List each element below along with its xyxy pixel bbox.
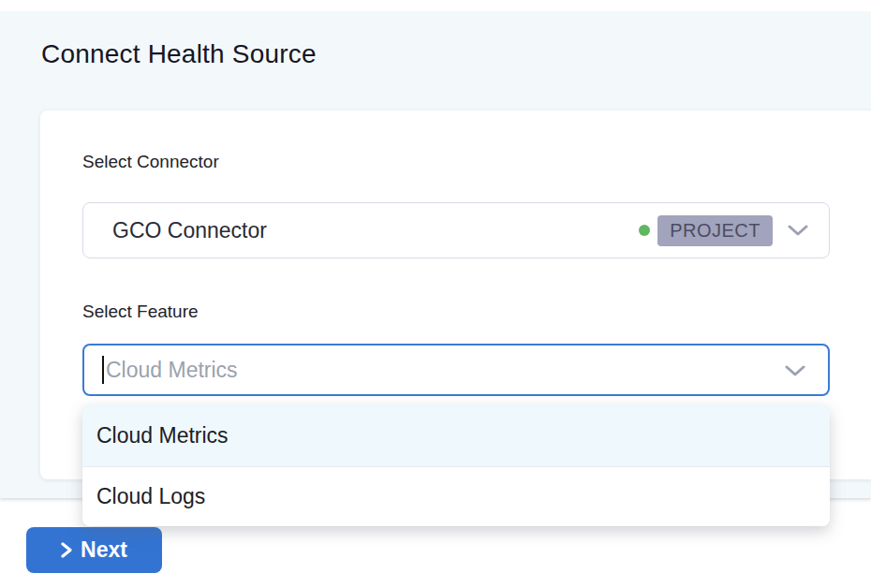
connector-select[interactable]: GCO Connector PROJECT [82, 202, 830, 258]
chevron-down-icon[interactable] [785, 364, 805, 381]
connector-selected-value: GCO Connector [112, 218, 267, 243]
next-button-label: Next [81, 537, 127, 563]
dropdown-option-cloud-logs[interactable]: Cloud Logs [82, 467, 830, 526]
feature-dropdown-menu: Cloud Metrics Cloud Logs [82, 404, 830, 526]
dropdown-option-cloud-metrics[interactable]: Cloud Metrics [82, 404, 830, 467]
connector-select-right: PROJECT [639, 215, 829, 246]
next-button[interactable]: Next [26, 527, 162, 573]
text-caret [102, 356, 104, 384]
green-status-dot-icon [639, 225, 650, 236]
select-feature-label: Select Feature [82, 301, 199, 322]
chevron-right-icon [61, 542, 72, 558]
feature-input[interactable] [84, 345, 828, 394]
page-title: Connect Health Source [41, 39, 317, 69]
select-connector-label: Select Connector [82, 152, 219, 172]
chevron-down-icon[interactable] [788, 225, 808, 237]
scope-badge: PROJECT [657, 215, 773, 246]
feature-select-field [82, 344, 830, 396]
